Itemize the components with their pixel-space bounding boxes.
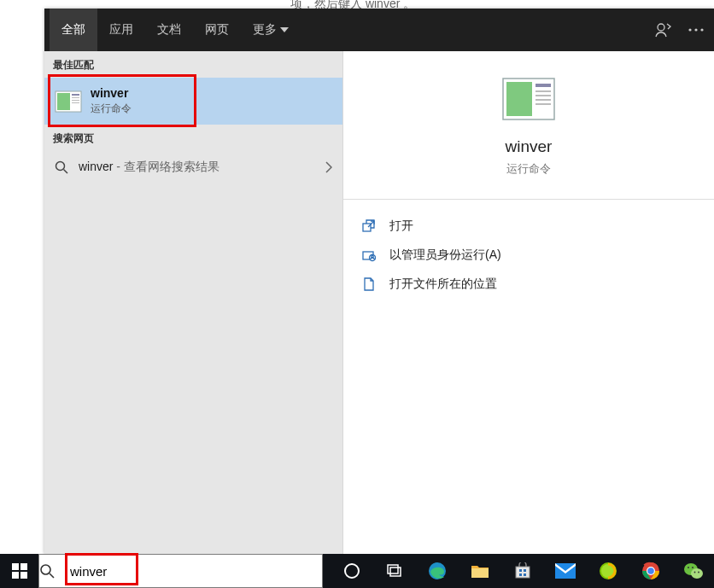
best-match-item[interactable]: winver 运行命令 bbox=[44, 78, 342, 125]
svg-rect-30 bbox=[388, 565, 398, 573]
svg-point-2 bbox=[694, 28, 697, 31]
divider bbox=[343, 199, 714, 200]
svg-rect-9 bbox=[72, 102, 79, 103]
svg-rect-16 bbox=[536, 95, 551, 96]
microsoft-store-icon[interactable] bbox=[502, 554, 543, 588]
browser-360-icon[interactable] bbox=[588, 554, 629, 588]
best-match-title: winver bbox=[91, 86, 132, 100]
svg-point-0 bbox=[658, 24, 664, 31]
svg-point-47 bbox=[688, 567, 689, 568]
web-result-text: winver - 查看网络搜索结果 bbox=[79, 160, 325, 175]
tab-web[interactable]: 网页 bbox=[193, 9, 241, 51]
mail-icon[interactable] bbox=[545, 554, 586, 588]
winver-large-icon bbox=[501, 75, 556, 123]
more-options-icon[interactable] bbox=[688, 28, 707, 32]
best-match-subtitle: 运行命令 bbox=[91, 102, 132, 116]
svg-rect-6 bbox=[72, 94, 79, 96]
svg-point-29 bbox=[345, 564, 359, 578]
svg-rect-8 bbox=[72, 100, 79, 101]
svg-point-44 bbox=[647, 568, 654, 574]
svg-point-27 bbox=[41, 565, 50, 574]
action-open-location-label: 打开文件所在的位置 bbox=[389, 277, 497, 292]
chevron-right-icon bbox=[325, 161, 332, 173]
best-match-wrapper: winver 运行命令 bbox=[44, 78, 342, 125]
svg-rect-13 bbox=[506, 82, 532, 116]
svg-point-50 bbox=[698, 572, 699, 573]
svg-rect-35 bbox=[519, 569, 522, 572]
search-icon bbox=[55, 160, 72, 174]
action-list: 打开 以管理员身份运行(A) bbox=[343, 207, 714, 304]
svg-rect-15 bbox=[536, 90, 551, 92]
taskbar-icons bbox=[323, 554, 714, 588]
cortana-icon[interactable] bbox=[331, 554, 372, 588]
svg-point-1 bbox=[688, 28, 691, 31]
tab-documents[interactable]: 文档 bbox=[145, 9, 193, 51]
action-open[interactable]: 打开 bbox=[343, 212, 714, 241]
svg-rect-18 bbox=[536, 103, 551, 105]
svg-point-10 bbox=[56, 162, 65, 171]
task-view-icon[interactable] bbox=[374, 554, 415, 588]
svg-rect-25 bbox=[12, 572, 19, 579]
svg-rect-26 bbox=[20, 572, 27, 579]
svg-rect-23 bbox=[12, 563, 19, 570]
detail-subtitle: 运行命令 bbox=[343, 161, 714, 177]
open-icon bbox=[362, 219, 381, 233]
file-explorer-icon[interactable] bbox=[459, 554, 500, 588]
svg-point-3 bbox=[700, 28, 703, 31]
start-button[interactable] bbox=[0, 554, 38, 588]
svg-line-28 bbox=[50, 573, 54, 578]
search-input[interactable] bbox=[70, 564, 322, 579]
header-actions bbox=[654, 21, 707, 38]
svg-rect-14 bbox=[536, 84, 551, 87]
winver-icon bbox=[55, 88, 82, 115]
web-result-item[interactable]: winver - 查看网络搜索结果 bbox=[44, 151, 342, 183]
taskbar bbox=[0, 554, 714, 588]
file-location-icon bbox=[362, 277, 381, 291]
svg-point-48 bbox=[692, 567, 694, 568]
action-open-label: 打开 bbox=[389, 218, 413, 234]
svg-line-11 bbox=[64, 170, 68, 174]
tab-all[interactable]: 全部 bbox=[50, 9, 97, 51]
web-result-title: winver bbox=[79, 160, 113, 173]
wechat-icon[interactable] bbox=[673, 554, 714, 588]
svg-rect-38 bbox=[524, 573, 526, 576]
detail-preview: winver 运行命令 bbox=[343, 51, 714, 190]
admin-icon bbox=[362, 248, 381, 262]
results-column: 最佳匹配 winver bbox=[44, 51, 342, 554]
svg-rect-5 bbox=[57, 93, 70, 110]
svg-rect-31 bbox=[390, 568, 401, 576]
svg-rect-33 bbox=[471, 568, 489, 578]
tab-more[interactable]: 更多 bbox=[241, 9, 301, 51]
windows-logo-icon bbox=[12, 563, 27, 579]
svg-rect-34 bbox=[516, 567, 530, 578]
chevron-down-icon bbox=[280, 27, 289, 32]
detail-title: winver bbox=[343, 137, 714, 156]
feedback-icon[interactable] bbox=[654, 21, 673, 38]
web-results-header: 搜索网页 bbox=[44, 125, 342, 151]
search-body: 最佳匹配 winver bbox=[44, 51, 714, 554]
best-match-header: 最佳匹配 bbox=[44, 51, 342, 78]
detail-column: winver 运行命令 打开 bbox=[342, 51, 714, 554]
edge-icon[interactable] bbox=[417, 554, 458, 588]
svg-point-46 bbox=[691, 568, 703, 579]
svg-rect-7 bbox=[72, 97, 79, 98]
web-result-suffix: - 查看网络搜索结果 bbox=[113, 160, 219, 173]
svg-rect-37 bbox=[519, 573, 522, 576]
search-header: 全部 应用 文档 网页 更多 bbox=[44, 9, 714, 51]
action-open-location[interactable]: 打开文件所在的位置 bbox=[343, 270, 714, 299]
tab-more-label: 更多 bbox=[253, 22, 277, 38]
svg-point-49 bbox=[694, 572, 696, 573]
search-icon bbox=[39, 563, 70, 579]
search-panel: 全部 应用 文档 网页 更多 bbox=[44, 9, 714, 554]
svg-rect-24 bbox=[20, 563, 27, 570]
action-run-as-admin-label: 以管理员身份运行(A) bbox=[389, 247, 501, 263]
action-run-as-admin[interactable]: 以管理员身份运行(A) bbox=[343, 241, 714, 270]
svg-rect-19 bbox=[363, 224, 371, 231]
svg-rect-17 bbox=[536, 99, 551, 101]
chrome-icon[interactable] bbox=[630, 554, 671, 588]
taskbar-search-box[interactable] bbox=[38, 554, 323, 588]
best-match-text: winver 运行命令 bbox=[91, 86, 132, 116]
svg-rect-36 bbox=[524, 569, 526, 572]
tab-apps[interactable]: 应用 bbox=[97, 9, 145, 51]
